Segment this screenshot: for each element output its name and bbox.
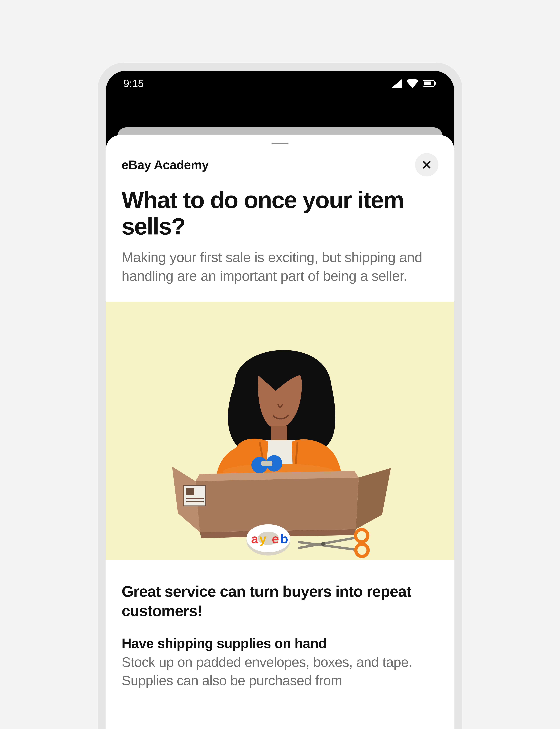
svg-text:b: b [280,531,288,546]
drag-handle[interactable] [272,143,288,144]
status-bar: 9:15 [106,71,454,96]
svg-point-24 [321,542,325,546]
wifi-icon [406,79,419,88]
hero-illustration: a y e b [106,302,454,560]
svg-text:a: a [251,531,258,546]
battery-icon [423,80,437,87]
page-title: What to do once your item sells? [122,187,438,240]
sheet-intro: What to do once your item sells? Making … [106,187,454,285]
svg-rect-2 [435,82,436,85]
status-icons [391,79,437,88]
status-time: 9:15 [123,77,144,89]
sheet-title-label: eBay Academy [122,158,209,172]
page-subtitle: Making your first sale is exciting, but … [122,248,438,285]
close-icon [422,160,432,170]
close-button[interactable] [415,153,438,176]
sheet-body: Great service can turn buyers into repea… [106,560,454,690]
svg-text:y: y [259,531,266,546]
packing-illustration: a y e b [134,302,426,560]
svg-point-22 [356,529,368,542]
svg-rect-8 [261,461,272,466]
svg-text:e: e [272,531,279,546]
tip-heading: Have shipping supplies on hand [122,635,438,651]
tip-body: Stock up on padded envelopes, boxes, and… [122,653,438,690]
bottom-sheet: eBay Academy What to do once your item s… [106,135,454,729]
sheet-header: eBay Academy [106,153,454,187]
cellular-icon [391,79,402,88]
svg-point-23 [356,544,368,556]
section-heading: Great service can turn buyers into repea… [122,582,438,620]
screen: 9:15 eBay Academy What to do once your i… [106,71,454,729]
device-frame: 9:15 eBay Academy What to do once your i… [98,63,462,729]
svg-rect-3 [271,426,287,442]
svg-rect-10 [186,488,194,495]
svg-rect-1 [424,82,431,85]
